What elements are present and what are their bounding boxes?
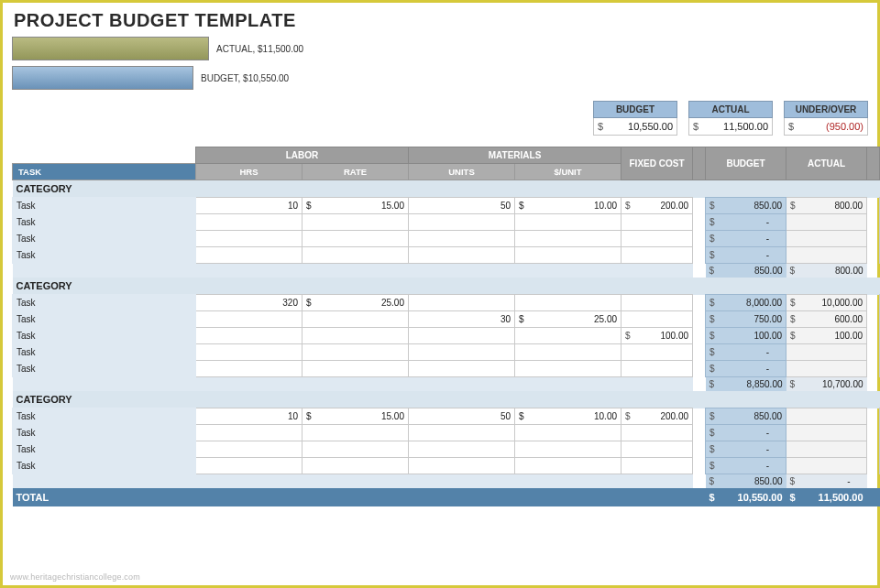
table-row: Task10$15.0050$10.00$200.00$850.00$(850.… <box>13 408 881 425</box>
category-row: CATEGORY <box>13 180 881 198</box>
table-row: Task$-$- <box>13 361 881 377</box>
sunit-col-header: $/UNIT <box>515 164 622 180</box>
table-row: Task30$25.00$750.00$600.00$(150.00) <box>13 311 881 328</box>
table-row: Task$-$- <box>13 344 881 361</box>
subtotal-row: $850.00$800.00 <box>13 264 881 278</box>
total-actual: 11,500.00 <box>819 492 864 503</box>
summary-budget-header: BUDGET <box>593 101 677 118</box>
group-header-row: LABOR MATERIALS FIXED COST BUDGET ACTUAL… <box>13 147 881 164</box>
bar-actual-label: ACTUAL, $11,500.00 <box>216 44 303 54</box>
actual-col-header: ACTUAL <box>786 147 867 180</box>
subtotal-row: $8,850.00$10,700.00 <box>13 377 881 392</box>
table-row: Task$-$- <box>13 441 881 458</box>
units-col-header: UNITS <box>409 164 515 180</box>
budget-col-header: BUDGET <box>706 147 786 180</box>
watermark: www.heritagechristiancollege.com <box>10 572 140 582</box>
table-row: Task$100.00$100.00$100.00$- <box>13 328 881 344</box>
subtotal-row: $850.00$- <box>13 474 881 489</box>
bar-budget <box>12 66 193 90</box>
task-col-header: TASK <box>13 164 196 180</box>
summary-uo-value: (950.00) <box>826 121 864 132</box>
hrs-col-header: HRS <box>196 164 302 180</box>
table-row: Task$-$- <box>13 231 881 247</box>
bar-actual <box>12 37 209 60</box>
total-row: TOTAL $10,550.00 $11,500.00 <box>13 488 881 506</box>
summary-uo-header: UNDER/OVER <box>784 101 868 118</box>
labor-group-header: LABOR <box>196 147 409 164</box>
summary-bar-chart: ACTUAL, $11,500.00 BUDGET, $10,550.00 <box>12 37 868 90</box>
summary-budget-value: 10,550.00 <box>628 121 673 132</box>
materials-group-header: MATERIALS <box>409 147 622 164</box>
table-row: Task10$15.0050$10.00$200.00$850.00$800.0… <box>13 198 881 214</box>
summary-boxes: BUDGET $10,550.00 ACTUAL $11,500.00 UNDE… <box>12 101 868 136</box>
total-budget: 10,550.00 <box>738 492 783 503</box>
category-row: CATEGORY <box>13 391 881 408</box>
budget-grid: LABOR MATERIALS FIXED COST BUDGET ACTUAL… <box>12 147 880 506</box>
page-title: PROJECT BUDGET TEMPLATE <box>14 10 868 31</box>
table-row: Task320$25.00$8,000.00$10,000.00$2,000.0… <box>13 295 881 311</box>
table-row: Task$-$- <box>13 458 881 474</box>
summary-actual-header: ACTUAL <box>688 101 773 118</box>
rate-col-header: RATE <box>302 164 409 180</box>
project-budget-template: PROJECT BUDGET TEMPLATE ACTUAL, $11,500.… <box>0 0 880 588</box>
bar-budget-label: BUDGET, $10,550.00 <box>201 73 289 83</box>
table-row: Task$-$- <box>13 425 881 441</box>
fixed-cost-header: FIXED COST <box>622 147 693 180</box>
summary-actual-value: 11,500.00 <box>723 121 768 132</box>
table-row: Task$-$- <box>13 214 881 231</box>
total-label: TOTAL <box>13 488 693 506</box>
category-row: CATEGORY <box>13 278 881 295</box>
table-row: Task$-$- <box>13 247 881 264</box>
